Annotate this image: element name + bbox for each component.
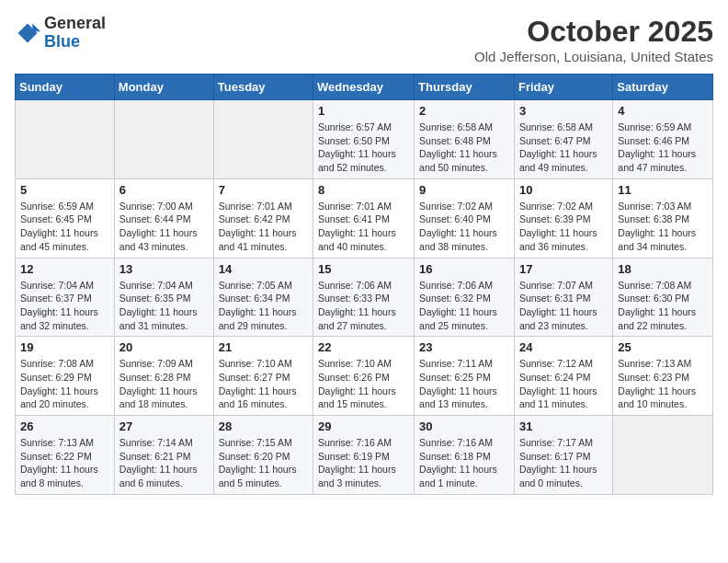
calendar-cell: 3Sunrise: 6:58 AM Sunset: 6:47 PM Daylig…: [514, 100, 612, 179]
logo-general: General: [44, 14, 106, 32]
day-number: 13: [119, 262, 209, 276]
day-number: 18: [618, 262, 708, 276]
calendar-cell: [16, 100, 115, 179]
calendar-cell: 12Sunrise: 7:04 AM Sunset: 6:37 PM Dayli…: [16, 258, 115, 337]
day-info: Sunrise: 7:13 AM Sunset: 6:22 PM Dayligh…: [20, 436, 109, 490]
logo-text: General Blue: [44, 15, 106, 52]
weekday-wednesday: Wednesday: [313, 75, 415, 100]
calendar-cell: [613, 416, 713, 495]
day-info: Sunrise: 6:58 AM Sunset: 6:47 PM Dayligh…: [519, 121, 608, 175]
calendar-cell: 2Sunrise: 6:58 AM Sunset: 6:48 PM Daylig…: [415, 100, 515, 179]
day-number: 25: [618, 340, 708, 354]
day-info: Sunrise: 7:01 AM Sunset: 6:41 PM Dayligh…: [318, 200, 409, 254]
day-number: 1: [318, 104, 409, 118]
calendar-cell: 10Sunrise: 7:02 AM Sunset: 6:39 PM Dayli…: [514, 178, 612, 258]
day-info: Sunrise: 7:17 AM Sunset: 6:17 PM Dayligh…: [519, 436, 608, 490]
calendar-cell: 17Sunrise: 7:07 AM Sunset: 6:31 PM Dayli…: [514, 258, 612, 337]
day-number: 20: [119, 340, 209, 354]
weekday-saturday: Saturday: [613, 75, 713, 100]
day-info: Sunrise: 7:16 AM Sunset: 6:19 PM Dayligh…: [318, 436, 409, 490]
calendar-cell: 7Sunrise: 7:01 AM Sunset: 6:42 PM Daylig…: [213, 178, 313, 258]
day-number: 17: [519, 262, 608, 276]
day-info: Sunrise: 7:12 AM Sunset: 6:24 PM Dayligh…: [519, 357, 608, 411]
day-info: Sunrise: 6:59 AM Sunset: 6:46 PM Dayligh…: [618, 121, 708, 175]
calendar-cell: 27Sunrise: 7:14 AM Sunset: 6:21 PM Dayli…: [114, 416, 213, 495]
location-title: Old Jefferson, Louisiana, United States: [474, 49, 713, 64]
day-info: Sunrise: 7:14 AM Sunset: 6:21 PM Dayligh…: [119, 436, 209, 490]
day-number: 28: [219, 419, 308, 433]
day-info: Sunrise: 7:06 AM Sunset: 6:33 PM Dayligh…: [318, 279, 409, 333]
calendar-cell: 20Sunrise: 7:09 AM Sunset: 6:28 PM Dayli…: [114, 337, 213, 416]
page-header: General Blue October 2025 Old Jefferson,…: [15, 15, 713, 64]
day-number: 7: [219, 183, 308, 197]
calendar-cell: 29Sunrise: 7:16 AM Sunset: 6:19 PM Dayli…: [313, 416, 415, 495]
calendar-cell: 30Sunrise: 7:16 AM Sunset: 6:18 PM Dayli…: [415, 416, 515, 495]
day-info: Sunrise: 7:07 AM Sunset: 6:31 PM Dayligh…: [519, 279, 608, 333]
weekday-monday: Monday: [114, 75, 213, 100]
day-info: Sunrise: 7:08 AM Sunset: 6:29 PM Dayligh…: [20, 357, 109, 411]
day-info: Sunrise: 7:15 AM Sunset: 6:20 PM Dayligh…: [219, 436, 308, 490]
calendar-cell: 24Sunrise: 7:12 AM Sunset: 6:24 PM Dayli…: [514, 337, 612, 416]
day-number: 11: [618, 183, 708, 197]
calendar-cell: 4Sunrise: 6:59 AM Sunset: 6:46 PM Daylig…: [613, 100, 713, 179]
calendar-week-1: 1Sunrise: 6:57 AM Sunset: 6:50 PM Daylig…: [16, 100, 713, 179]
day-info: Sunrise: 7:10 AM Sunset: 6:27 PM Dayligh…: [219, 357, 308, 411]
day-number: 14: [219, 262, 308, 276]
day-number: 21: [219, 340, 308, 354]
calendar-week-2: 5Sunrise: 6:59 AM Sunset: 6:45 PM Daylig…: [16, 178, 713, 258]
calendar-cell: 13Sunrise: 7:04 AM Sunset: 6:35 PM Dayli…: [114, 258, 213, 337]
logo-icon: [15, 20, 40, 46]
calendar-cell: 25Sunrise: 7:13 AM Sunset: 6:23 PM Dayli…: [613, 337, 713, 416]
weekday-friday: Friday: [514, 75, 612, 100]
calendar-cell: 21Sunrise: 7:10 AM Sunset: 6:27 PM Dayli…: [213, 337, 313, 416]
calendar-cell: 16Sunrise: 7:06 AM Sunset: 6:32 PM Dayli…: [415, 258, 515, 337]
weekday-header-row: SundayMondayTuesdayWednesdayThursdayFrid…: [16, 75, 713, 100]
day-info: Sunrise: 7:02 AM Sunset: 6:40 PM Dayligh…: [419, 200, 509, 254]
day-info: Sunrise: 7:16 AM Sunset: 6:18 PM Dayligh…: [419, 436, 509, 490]
day-number: 6: [119, 183, 209, 197]
day-number: 15: [318, 262, 409, 276]
day-number: 26: [20, 419, 109, 433]
day-number: 5: [20, 183, 109, 197]
logo-blue: Blue: [44, 32, 80, 51]
calendar-week-4: 19Sunrise: 7:08 AM Sunset: 6:29 PM Dayli…: [16, 337, 713, 416]
calendar-week-5: 26Sunrise: 7:13 AM Sunset: 6:22 PM Dayli…: [16, 416, 713, 495]
weekday-sunday: Sunday: [16, 75, 115, 100]
day-number: 10: [519, 183, 608, 197]
day-number: 3: [519, 104, 608, 118]
day-info: Sunrise: 7:03 AM Sunset: 6:38 PM Dayligh…: [618, 200, 708, 254]
calendar-cell: 9Sunrise: 7:02 AM Sunset: 6:40 PM Daylig…: [415, 178, 515, 258]
calendar-cell: 14Sunrise: 7:05 AM Sunset: 6:34 PM Dayli…: [213, 258, 313, 337]
day-number: 16: [419, 262, 509, 276]
svg-marker-1: [32, 23, 40, 31]
title-block: October 2025 Old Jefferson, Louisiana, U…: [474, 15, 713, 64]
logo: General Blue: [15, 15, 106, 52]
calendar-body: 1Sunrise: 6:57 AM Sunset: 6:50 PM Daylig…: [16, 100, 713, 495]
day-info: Sunrise: 7:04 AM Sunset: 6:37 PM Dayligh…: [20, 279, 109, 333]
weekday-tuesday: Tuesday: [213, 75, 313, 100]
day-number: 27: [119, 419, 209, 433]
month-title: October 2025: [474, 15, 713, 49]
day-info: Sunrise: 7:13 AM Sunset: 6:23 PM Dayligh…: [618, 357, 708, 411]
day-number: 12: [20, 262, 109, 276]
day-info: Sunrise: 7:00 AM Sunset: 6:44 PM Dayligh…: [119, 200, 209, 254]
day-number: 19: [20, 340, 109, 354]
calendar-week-3: 12Sunrise: 7:04 AM Sunset: 6:37 PM Dayli…: [16, 258, 713, 337]
calendar-cell: 1Sunrise: 6:57 AM Sunset: 6:50 PM Daylig…: [313, 100, 415, 179]
calendar-cell: 19Sunrise: 7:08 AM Sunset: 6:29 PM Dayli…: [16, 337, 115, 416]
calendar-cell: 28Sunrise: 7:15 AM Sunset: 6:20 PM Dayli…: [213, 416, 313, 495]
calendar-cell: 8Sunrise: 7:01 AM Sunset: 6:41 PM Daylig…: [313, 178, 415, 258]
day-info: Sunrise: 7:04 AM Sunset: 6:35 PM Dayligh…: [119, 279, 209, 333]
day-number: 23: [419, 340, 509, 354]
calendar-table: SundayMondayTuesdayWednesdayThursdayFrid…: [15, 74, 713, 495]
day-number: 8: [318, 183, 409, 197]
calendar-cell: 18Sunrise: 7:08 AM Sunset: 6:30 PM Dayli…: [613, 258, 713, 337]
calendar-cell: 11Sunrise: 7:03 AM Sunset: 6:38 PM Dayli…: [613, 178, 713, 258]
day-info: Sunrise: 7:01 AM Sunset: 6:42 PM Dayligh…: [219, 200, 308, 254]
day-info: Sunrise: 7:09 AM Sunset: 6:28 PM Dayligh…: [119, 357, 209, 411]
calendar-cell: 6Sunrise: 7:00 AM Sunset: 6:44 PM Daylig…: [114, 178, 213, 258]
calendar-cell: 15Sunrise: 7:06 AM Sunset: 6:33 PM Dayli…: [313, 258, 415, 337]
day-number: 30: [419, 419, 509, 433]
day-number: 9: [419, 183, 509, 197]
day-number: 29: [318, 419, 409, 433]
